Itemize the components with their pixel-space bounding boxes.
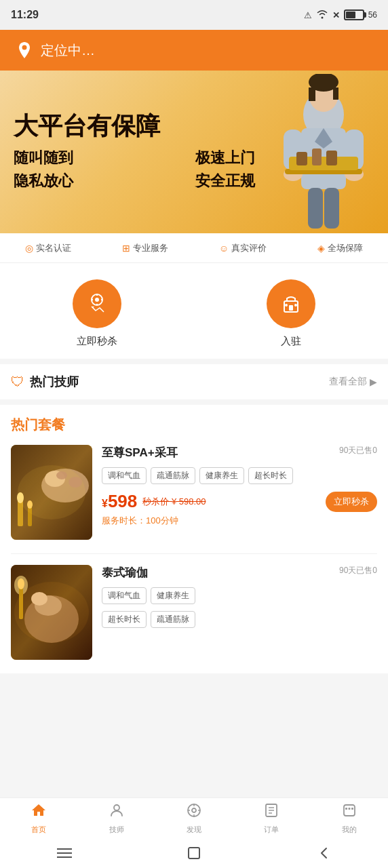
realname-icon: ◎ (25, 243, 33, 254)
svg-point-19 (95, 298, 99, 302)
package-duration-1: 服务时长：100分钟 (102, 515, 377, 527)
svg-rect-59 (348, 808, 350, 810)
trust-item-guarantee: ◈ 全场保障 (317, 242, 363, 254)
package-card-2[interactable]: 泰式瑜伽 90天已售0 调和气血 健康养生 超长时长 疏通筋脉 (11, 565, 377, 673)
back-button[interactable] (310, 840, 337, 867)
package-info-2: 泰式瑜伽 90天已售0 调和气血 健康养生 超长时长 疏通筋脉 (102, 565, 377, 660)
nav-discover[interactable]: 发现 (155, 798, 233, 838)
package-sold-1: 90天已售0 (339, 445, 377, 456)
signal-x-icon: ✕ (332, 10, 340, 20)
system-nav (0, 838, 388, 868)
package-name-row-2: 泰式瑜伽 90天已售0 (102, 565, 377, 580)
tag-2-3: 超长时长 (102, 611, 147, 628)
package-card-1[interactable]: 至尊SPA+采耳 90天已售0 调和气血 疏通筋脉 健康养生 超长时长 ¥598… (11, 445, 377, 554)
home-system-button[interactable] (180, 840, 208, 867)
package-price-row-1: ¥598 秒杀价 ¥ 598.00 立即秒杀 (102, 491, 377, 512)
svg-rect-61 (344, 805, 355, 816)
svg-point-0 (22, 45, 27, 50)
package-name-1: 至尊SPA+采耳 (102, 445, 178, 460)
location-text: 定位中… (41, 41, 95, 60)
svg-rect-25 (289, 305, 293, 311)
package-price-1: ¥598 (102, 491, 137, 512)
svg-point-45 (18, 578, 24, 589)
nav-order[interactable]: 订单 (233, 798, 310, 838)
package-sold-2: 90天已售0 (339, 565, 377, 576)
mine-nav-label: 我的 (342, 825, 357, 835)
status-icons: ⚠ ✕ 56 (304, 9, 377, 21)
quick-actions: 立即秒杀 入驻 (0, 263, 388, 359)
banner-text-area: 大平台有保障 随叫随到 极速上门 隐私放心 安全正规 (0, 99, 388, 205)
hot-technicians-title: 热门技师 (30, 374, 79, 390)
order-nav-icon (263, 802, 279, 823)
settle-in-icon (267, 279, 315, 328)
svg-rect-65 (189, 848, 199, 859)
banner-line2-col1: 隐私放心 (14, 171, 193, 191)
svg-point-46 (14, 582, 89, 643)
tag-1-3: 健康养生 (199, 467, 244, 484)
status-time: 11:29 (11, 9, 39, 21)
flash-sale-label: 立即秒杀 (77, 335, 117, 348)
professional-label: 专业服务 (133, 242, 168, 254)
trust-item-review: ☺ 真实评价 (219, 242, 267, 254)
svg-rect-60 (351, 808, 353, 810)
order-nav-label: 订单 (264, 825, 279, 835)
header: 定位中… (0, 30, 388, 71)
svg-point-28 (294, 304, 297, 307)
realname-label: 实名认证 (36, 242, 71, 254)
package-strike-price-1: 秒杀价 ¥ 598.00 (142, 496, 206, 508)
alert-icon: ⚠ (304, 10, 312, 20)
trust-item-professional: ⊞ 专业服务 (122, 242, 168, 254)
discover-nav-icon (186, 802, 202, 823)
section-title-wrap: 🛡 热门技师 (11, 374, 79, 390)
tag-2-4: 疏通筋脉 (151, 611, 195, 628)
review-label: 真实评价 (231, 242, 267, 254)
package-name-2: 泰式瑜伽 (102, 565, 148, 580)
nav-mine[interactable]: 我的 (311, 798, 388, 838)
view-all-button[interactable]: 查看全部 ▶ (329, 376, 377, 388)
technician-nav-label: 技师 (109, 825, 124, 835)
flash-sale-button-1[interactable]: 立即秒杀 (326, 492, 377, 512)
flash-sale-icon (73, 279, 121, 328)
settle-in-action[interactable]: 入驻 (267, 279, 315, 348)
location-icon (14, 39, 35, 61)
guarantee-label: 全场保障 (328, 242, 363, 254)
svg-rect-5 (333, 87, 338, 100)
banner-line1-col2: 极速上门 (195, 148, 374, 168)
svg-point-47 (114, 805, 119, 810)
package-info-1: 至尊SPA+采耳 90天已售0 调和气血 疏通筋脉 健康养生 超长时长 ¥598… (102, 445, 377, 540)
view-all-label: 查看全部 (329, 376, 367, 388)
home-nav-icon (31, 802, 47, 823)
shield-icon: 🛡 (11, 374, 24, 390)
hot-packages: 热门套餐 (0, 405, 388, 673)
trust-bar: ◎ 实名认证 ⊞ 专业服务 ☺ 真实评价 ◈ 全场保障 (0, 233, 388, 263)
mine-nav-icon (341, 802, 357, 823)
package-name-row-1: 至尊SPA+采耳 90天已售0 (102, 445, 377, 460)
nav-technician[interactable]: 技师 (77, 798, 155, 838)
package-image-2 (11, 565, 92, 660)
tag-2-1: 调和气血 (102, 587, 147, 604)
technician-nav-icon (109, 802, 125, 823)
bottom-nav: 首页 技师 发现 (0, 797, 388, 838)
package-tags-2: 调和气血 健康养生 (102, 587, 377, 604)
package-image-1 (11, 445, 92, 540)
professional-icon: ⊞ (122, 243, 130, 254)
svg-point-49 (192, 808, 196, 812)
banner-line2-col2: 安全正规 (195, 171, 374, 191)
wifi-icon (316, 9, 328, 21)
hot-packages-title: 热门套餐 (11, 416, 377, 434)
menu-button[interactable] (51, 840, 78, 867)
banner-subtitle: 随叫随到 极速上门 隐私放心 安全正规 (14, 148, 374, 191)
svg-point-38 (18, 465, 85, 519)
chevron-right-icon: ▶ (370, 376, 377, 387)
nav-home[interactable]: 首页 (0, 798, 77, 838)
tag-1-4: 超长时长 (248, 467, 293, 484)
hot-technicians-header: 🛡 热门技师 查看全部 ▶ (0, 364, 388, 399)
battery-level: 56 (368, 10, 377, 20)
flash-sale-action[interactable]: 立即秒杀 (73, 279, 121, 348)
banner-title: 大平台有保障 (14, 113, 374, 140)
discover-nav-label: 发现 (187, 825, 201, 835)
banner-line1-col1: 随叫随到 (14, 148, 193, 168)
package-tags-1: 调和气血 疏通筋脉 健康养生 超长时长 (102, 467, 377, 484)
guarantee-icon: ◈ (317, 243, 325, 254)
banner: 大平台有保障 随叫随到 极速上门 隐私放心 安全正规 (0, 71, 388, 233)
